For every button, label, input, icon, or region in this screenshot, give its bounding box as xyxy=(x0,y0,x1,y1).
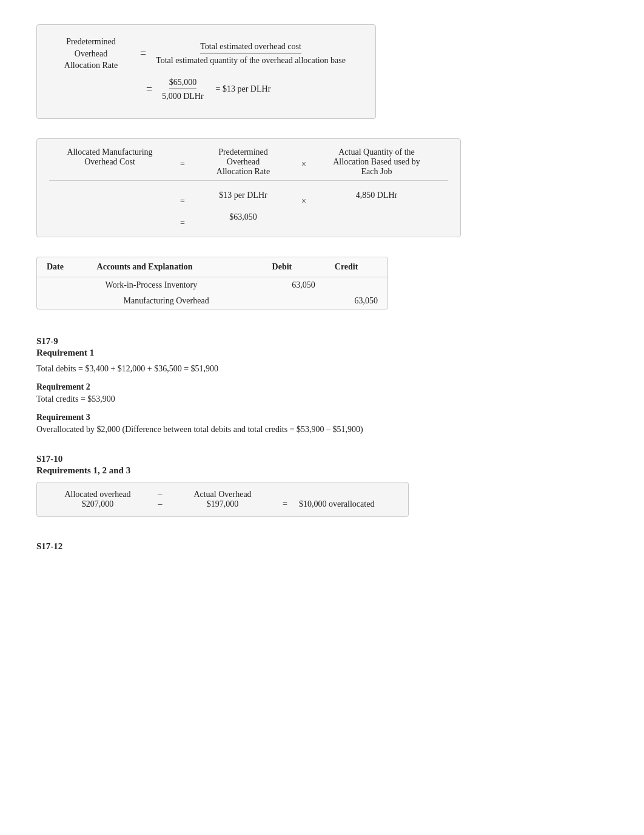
journal-table: Date Accounts and Explanation Debit Cred… xyxy=(37,257,387,309)
overalloc-header-row: Allocated overhead – Actual Overhead xyxy=(49,490,396,499)
s17-9-req2-text: Total credits = $53,900 xyxy=(36,394,608,404)
alloc-qty-header: Actual Quantity of the Allocation Based … xyxy=(316,147,437,177)
col-credit: Credit xyxy=(325,257,387,277)
overalloc-minus-val: – xyxy=(151,499,169,509)
row1-account: Work-in-Process Inventory xyxy=(87,277,263,293)
row2-account: Manufacturing Overhead xyxy=(87,293,263,309)
overalloc-val-actual: $197,000 xyxy=(174,499,271,509)
row2-debit xyxy=(263,293,325,309)
alloc-rate-header: Predetermined Overhead Allocation Rate xyxy=(195,147,292,177)
s17-9-req1-text: Total debits = $3,400 + $12,000 + $36,50… xyxy=(36,364,608,374)
alloc-eq3: = xyxy=(170,206,195,228)
col-accounts: Accounts and Explanation xyxy=(87,257,263,277)
rate-result: = $13 per DLHr xyxy=(216,84,271,94)
fraction-numerator: Total estimated overhead cost xyxy=(200,42,301,53)
alloc-qty-value: 4,850 DLHr xyxy=(316,191,437,200)
overalloc-minus-header: – xyxy=(151,490,169,499)
alloc-times1: × xyxy=(292,147,316,169)
s17-9-label: S17-9 xyxy=(36,336,608,347)
overalloc-eq-val: = xyxy=(276,499,294,509)
col-date: Date xyxy=(37,257,87,277)
journal-entry-box: Date Accounts and Explanation Debit Cred… xyxy=(36,257,388,309)
table-row: Manufacturing Overhead 63,050 xyxy=(37,293,387,309)
alloc-label: Allocated Manufacturing Overhead Cost xyxy=(49,147,170,167)
s17-10-title: Requirements 1, 2 and 3 xyxy=(36,465,608,476)
rate-label: Predetermined Overhead Allocation Rate xyxy=(52,36,130,72)
allocated-overhead-box: Allocated Manufacturing Overhead Cost = … xyxy=(36,138,461,237)
overalloc-val-allocated: $207,000 xyxy=(49,499,146,509)
alloc-result: $63,050 xyxy=(195,212,292,222)
alloc-eq2: = xyxy=(170,184,195,206)
col-debit: Debit xyxy=(263,257,325,277)
predetermined-rate-box: Predetermined Overhead Allocation Rate =… xyxy=(36,24,376,119)
row1-credit xyxy=(325,277,387,293)
table-row: Work-in-Process Inventory 63,050 xyxy=(37,277,387,293)
overalloc-result-val: $10,000 overallocated xyxy=(299,499,396,509)
s17-9-req1-title: Requirement 1 xyxy=(36,348,608,358)
equals-sign-2: = xyxy=(144,83,155,96)
s17-10-label: S17-10 xyxy=(36,454,608,464)
row2-date xyxy=(37,293,87,309)
equals-sign-1: = xyxy=(138,47,149,60)
s17-12-label: S17-12 xyxy=(36,541,608,552)
fraction-denominator: Total estimated quantity of the overhead… xyxy=(156,55,346,66)
alloc-eq1: = xyxy=(170,147,195,169)
s17-9-req3-text: Overallocated by $2,000 (Difference betw… xyxy=(36,425,608,434)
alloc-rate-value: $13 per DLHr xyxy=(195,191,292,200)
numeric-numerator: $65,000 xyxy=(169,78,197,89)
overalloc-values-row: $207,000 – $197,000 = $10,000 overalloca… xyxy=(49,499,396,509)
row1-debit: 63,050 xyxy=(263,277,325,293)
alloc-times2: × xyxy=(292,184,316,206)
numeric-fraction: $65,000 5,000 DLHr xyxy=(162,78,203,101)
overallocation-box: Allocated overhead – Actual Overhead $20… xyxy=(36,482,409,517)
row1-date xyxy=(37,277,87,293)
overalloc-header-allocated: Allocated overhead xyxy=(49,490,146,499)
numeric-denominator: 5,000 DLHr xyxy=(162,90,203,101)
s17-9-req3-label: Requirement 3 xyxy=(36,413,608,422)
overalloc-header-actual: Actual Overhead xyxy=(174,490,271,499)
row2-credit: 63,050 xyxy=(325,293,387,309)
rate-fraction: Total estimated overhead cost Total esti… xyxy=(156,42,346,66)
s17-9-req2-label: Requirement 2 xyxy=(36,382,608,392)
